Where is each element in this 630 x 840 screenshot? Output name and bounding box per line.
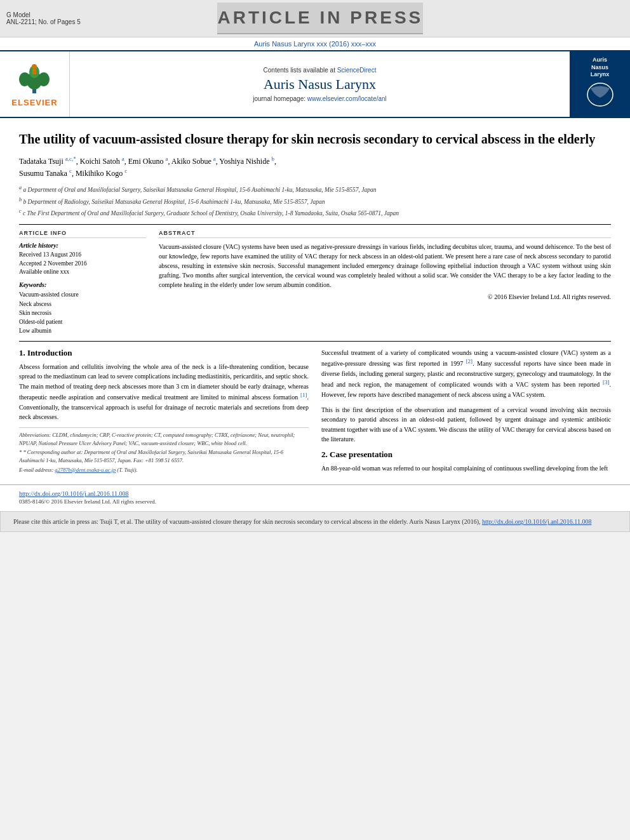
abstract-text: Vacuum-assisted closure (VAC) systems ha… [159,242,611,290]
author-kogo: Mikihiko Kogo c [76,169,127,178]
journal-header-center: Contents lists available at ScienceDirec… [70,51,570,117]
section2-para1: An 88-year-old woman was referred to our… [321,463,611,474]
anl-number: ANL-2211; No. of Pages 5 [6,18,81,25]
body-right-column: Successful treatment of a variety of com… [321,348,611,479]
journal-logo-box: Auris Nasus Larynx [581,57,619,112]
g-model-info: G Model ANL-2211; No. of Pages 5 [6,11,81,25]
keyword-5: Low albumin [19,326,146,335]
journal-homepage: journal homepage: www.elsevier.com/locat… [253,95,387,102]
ref-3[interactable]: [3] [603,379,610,385]
author-nishide: Yoshiya Nishide b [219,157,274,166]
abstract-column: ABSTRACT Vacuum-assisted closure (VAC) s… [159,230,611,335]
body-section: 1. Introduction Abscess formation and ce… [19,348,611,479]
logo-line-3: Larynx [581,71,619,79]
author-tanaka: Susumu Tanaka c [19,169,72,178]
logo-line-1: Auris [581,57,619,64]
affiliations: a a Department of Oral and Maxillofacial… [19,184,611,218]
homepage-link[interactable]: www.elsevier.com/locate/anl [307,95,387,102]
article-info-column: ARTICLE INFO Article history: Received 1… [19,230,146,335]
affil-b: b b Department of Radiology, Saiseikai M… [19,196,611,206]
section1-title: 1. Introduction [19,348,309,358]
g-model-label: G Model [6,11,81,18]
author-tsuji: Tadataka Tsuji a,c,* [19,157,76,166]
svg-point-5 [32,64,37,69]
section1-para1: Abscess formation and cellulitis involvi… [19,362,309,422]
logo-line-2: Nasus [581,64,619,72]
authors: Tadataka Tsuji a,c,*, Koichi Satoh a, Em… [19,155,611,179]
article-in-press-banner: ARTICLE IN PRESS [217,3,423,34]
elsevier-text-label: ELSEVIER [11,98,57,107]
received-date: Received 13 August 2016 [19,251,146,259]
elsevier-logo: ELSEVIER [11,62,57,107]
svg-point-2 [19,72,30,86]
contents-available: Contents lists available at ScienceDirec… [264,67,377,74]
keyword-1: Vacuum-assisted closure [19,290,146,299]
section1-right-para1: Successful treatment of a variety of com… [321,348,611,400]
article-info-label: ARTICLE INFO [19,230,146,238]
available-online: Available online xxx [19,268,146,276]
keywords-title: Keywords: [19,281,146,288]
doi-footer: http://dx.doi.org/10.1016/j.anl.2016.11.… [0,484,630,508]
keyword-2: Neck abscess [19,300,146,309]
corresponding-footnote: * * Corresponding author at: Department … [19,448,309,465]
section2-title: 2. Case presentation [321,450,611,460]
section1-right-para2: This is the first description of the obs… [321,405,611,444]
divider-after-affiliations [19,224,611,225]
svg-rect-6 [32,69,36,74]
doi-copyright: 0385-8146/© 2016 Elsevier Ireland Ltd. A… [19,498,611,505]
cite-text: Please cite this article in press as: Ts… [13,518,481,525]
elsevier-tree-icon [12,62,57,97]
sciencedirect-link[interactable]: ScienceDirect [337,67,377,74]
keyword-3: Skin necrosis [19,309,146,317]
svg-point-3 [38,72,50,86]
journal-header: ELSEVIER Contents lists available at Sci… [0,50,630,118]
cite-bar: Please cite this article in press as: Ts… [0,511,630,532]
author-sobue: Akiko Sobue a [171,157,216,166]
footnotes-area: Abbreviations: CLDM, clindamycin; CRP, C… [19,427,309,474]
author-okuno: Emi Okuno a [128,157,168,166]
ref-1[interactable]: [1] [300,392,307,398]
journal-logo-icon [581,79,619,110]
affil-a: a a Department of Oral and Maxillofacial… [19,184,611,194]
journal-header-right: Auris Nasus Larynx [570,51,630,117]
cite-link[interactable]: http://dx.doi.org/10.1016/j.anl.2016.11.… [482,518,592,525]
page: G Model ANL-2211; No. of Pages 5 ARTICLE… [0,0,630,532]
article-press-header: G Model ANL-2211; No. of Pages 5 ARTICLE… [0,0,630,37]
ref-2[interactable]: [2] [466,358,473,364]
email-link[interactable]: g2787b@dent.osaka-u.ac.jp [55,467,116,473]
journal-header-left: ELSEVIER [0,51,70,117]
email-footnote: E-mail address: g2787b@dent.osaka-u.ac.j… [19,466,309,474]
main-content: The utility of vacuum-assisted closure t… [0,118,630,484]
journal-ref: Auris Nasus Larynx xxx (2016) xxx–xxx [0,37,630,50]
divider-after-abstract [19,341,611,342]
author-satoh: Koichi Satoh a [80,157,124,166]
abstract-copyright: © 2016 Elsevier Ireland Ltd. All rights … [159,293,611,300]
info-abstract-section: ARTICLE INFO Article history: Received 1… [19,230,611,335]
doi-link[interactable]: http://dx.doi.org/10.1016/j.anl.2016.11.… [19,490,611,497]
article-history-title: Article history: [19,242,146,249]
affil-c: c c The First Department of Oral and Max… [19,208,611,218]
journal-name: Auris Nasus Larynx [264,76,376,93]
body-left-column: 1. Introduction Abscess formation and ce… [19,348,309,479]
keyword-4: Oldest-old patient [19,317,146,326]
accepted-date: Accepted 2 November 2016 [19,260,146,268]
abstract-label: ABSTRACT [159,230,611,238]
article-title: The utility of vacuum-assisted closure t… [19,131,611,147]
abbreviations-footnote: Abbreviations: CLDM, clindamycin; CRP, C… [19,431,309,448]
